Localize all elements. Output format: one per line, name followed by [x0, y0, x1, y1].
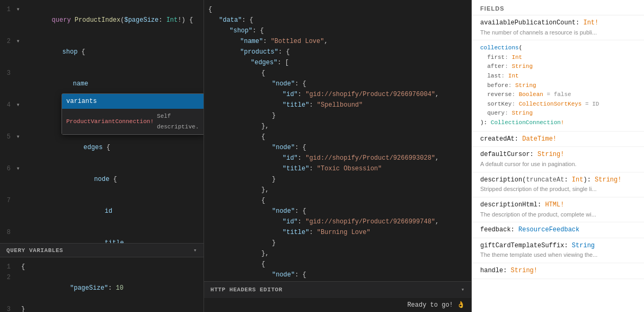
field-desc-description: Stripped description of the product, sin…	[480, 185, 636, 193]
field-defaultcursor: defaultCursor: String! A default cursor …	[472, 147, 644, 172]
json-line-14: "id": "gid://shopify/Product/9266993028"…	[204, 153, 471, 163]
field-desc-defaultcursor: A default cursor for use in pagination.	[480, 160, 636, 168]
json-line-24: {	[204, 259, 471, 270]
field-availablepublicationcount: availablePublicationCount: Int! The numb…	[472, 15, 644, 40]
json-line-21: "title": "Burning Love"	[204, 227, 471, 238]
chevron-5[interactable]: ▾	[15, 132, 21, 142]
field-giftcardtemplatesuffix: giftCardTemplateSuffix: String The theme…	[472, 238, 644, 263]
results-area[interactable]: { "data": { "shop": { "name": "Bottled L…	[204, 0, 471, 281]
line-content-8: title	[21, 227, 199, 243]
code-line-7: 7 id	[0, 195, 204, 227]
fields-label: FIELDS	[480, 5, 505, 12]
line-content-1: query ProductIndex($pageSize: Int!) {	[21, 4, 199, 36]
var-line-2: 2 "pageSize": 10	[0, 272, 204, 304]
line-num-5: 5	[0, 132, 15, 142]
code-line-8: 8 title	[0, 227, 204, 243]
line-num-3: 3	[0, 68, 15, 79]
json-line-18: {	[204, 195, 471, 206]
field-name-createdat: createdAt: DateTime!	[480, 135, 636, 144]
json-line-16: }	[204, 174, 471, 185]
var-content-2: "pageSize": 10	[21, 272, 199, 304]
var-num-1: 1	[0, 262, 15, 272]
field-name-feedback: feedback: ResourceFeedback	[480, 226, 636, 235]
autocomplete-item-name: variants	[66, 96, 97, 107]
query-variables-panel: QUERY VARIABLES ▾ 1 { 2 "pageSize": 10 3…	[0, 243, 204, 312]
field-desc-availablepublicationcount: The number of channels a resource is pub…	[480, 29, 636, 37]
line-num-1: 1	[0, 4, 15, 15]
json-line-0: {	[204, 4, 471, 15]
code-line-5: 5 ▾ edges {	[0, 132, 204, 163]
json-line-12: {	[204, 132, 471, 142]
left-panel: 1 ▾ query ProductIndex($pageSize: Int!) …	[0, 0, 204, 312]
json-line-3: "name": "Bottled Love",	[204, 36, 471, 47]
field-handle: handle: String!	[472, 263, 644, 279]
var-line-3: 3 }	[0, 304, 204, 312]
json-line-25: "node": {	[204, 270, 471, 280]
var-content-3: }	[21, 304, 199, 312]
chevron-2[interactable]: ▾	[15, 36, 21, 47]
field-collections: collections( first: Int after: String la…	[472, 40, 644, 131]
line-num-8: 8	[0, 227, 15, 238]
field-name-availablepublicationcount: availablePublicationCount: Int!	[480, 19, 636, 28]
autocomplete-desc-label: Self descriptive.	[157, 111, 200, 132]
line-num-4: 4	[0, 100, 15, 110]
code-line-2: 2 ▾ shop {	[0, 36, 204, 68]
chevron-1[interactable]: ▾	[15, 4, 21, 15]
chevron-4[interactable]: ▾	[15, 100, 21, 110]
line-num-7: 7	[0, 195, 15, 206]
field-name-handle: handle: String!	[480, 266, 636, 275]
json-line-9: "title": "Spellbound"	[204, 100, 471, 110]
query-variables-header: QUERY VARIABLES ▾	[0, 244, 204, 257]
field-name-description: description(truncateAt: Int): String!	[480, 176, 636, 185]
line-num-6: 6	[0, 163, 15, 174]
json-line-4: "products": {	[204, 47, 471, 57]
autocomplete-popup[interactable]: variants ProductVariantConnection! Self …	[61, 93, 204, 135]
line-content-7: id	[21, 195, 199, 227]
field-name-defaultcursor: defaultCursor: String!	[480, 150, 636, 159]
query-variables-label: QUERY VARIABLES	[6, 247, 63, 254]
json-line-6: {	[204, 68, 471, 79]
line-num-2: 2	[0, 36, 15, 47]
json-line-10: }	[204, 110, 471, 121]
field-name-collections: collections( first: Int after: String la…	[480, 44, 636, 127]
code-line-1: 1 ▾ query ProductIndex($pageSize: Int!) …	[0, 4, 204, 36]
line-content-5: edges {	[21, 132, 199, 163]
var-line-1: 1 {	[0, 262, 204, 272]
json-line-19: "node": {	[204, 206, 471, 216]
field-descriptionhtml: descriptionHtml: HTML! The description o…	[472, 197, 644, 222]
http-headers-chevron[interactable]: ▾	[461, 286, 465, 293]
json-line-20: "id": "gid://shopify/Product/9266999748"…	[204, 216, 471, 227]
line-content-2: shop {	[21, 36, 199, 68]
json-line-15: "title": "Toxic Obsession"	[204, 163, 471, 174]
json-line-23: },	[204, 248, 471, 259]
field-name-descriptionhtml: descriptionHtml: HTML!	[480, 201, 636, 210]
field-createdat: createdAt: DateTime!	[472, 132, 644, 148]
query-editor[interactable]: 1 ▾ query ProductIndex($pageSize: Int!) …	[0, 0, 204, 243]
fields-header: FIELDS	[472, 0, 644, 15]
chevron-6[interactable]: ▾	[15, 163, 21, 174]
results-panel: { "data": { "shop": { "name": "Bottled L…	[204, 0, 472, 312]
http-headers-bar[interactable]: HTTP HEADERS EDITOR ▾	[204, 281, 471, 297]
field-desc-giftcardtemplatesuffix: The theme template used when viewing the…	[480, 251, 636, 259]
field-desc-descriptionhtml: The description of the product, complete…	[480, 211, 636, 219]
field-feedback: feedback: ResourceFeedback	[472, 222, 644, 238]
line-content-6: node {	[21, 163, 199, 195]
ready-bar: Ready to go! 👌	[204, 297, 471, 312]
field-name-giftcardtemplatesuffix: giftCardTemplateSuffix: String	[480, 241, 636, 250]
variables-content[interactable]: 1 { 2 "pageSize": 10 3 }	[0, 257, 204, 312]
query-variables-chevron[interactable]: ▾	[193, 247, 197, 254]
json-line-11: },	[204, 121, 471, 132]
json-line-8: "id": "gid://shopify/Product/9266976004"…	[204, 89, 471, 100]
autocomplete-item-variants[interactable]: variants	[62, 94, 204, 109]
json-line-2: "shop": {	[204, 25, 471, 36]
var-num-2: 2	[0, 272, 15, 283]
json-line-1: "data": {	[204, 15, 471, 25]
code-line-6: 6 ▾ node {	[0, 163, 204, 195]
fields-panel: FIELDS availablePublicationCount: Int! T…	[472, 0, 644, 312]
var-num-3: 3	[0, 304, 15, 312]
json-line-7: "node": {	[204, 79, 471, 89]
ready-text: Ready to go! 👌	[407, 301, 465, 309]
json-line-13: "node": {	[204, 142, 471, 153]
json-line-17: },	[204, 185, 471, 195]
var-content-1: {	[21, 262, 199, 272]
